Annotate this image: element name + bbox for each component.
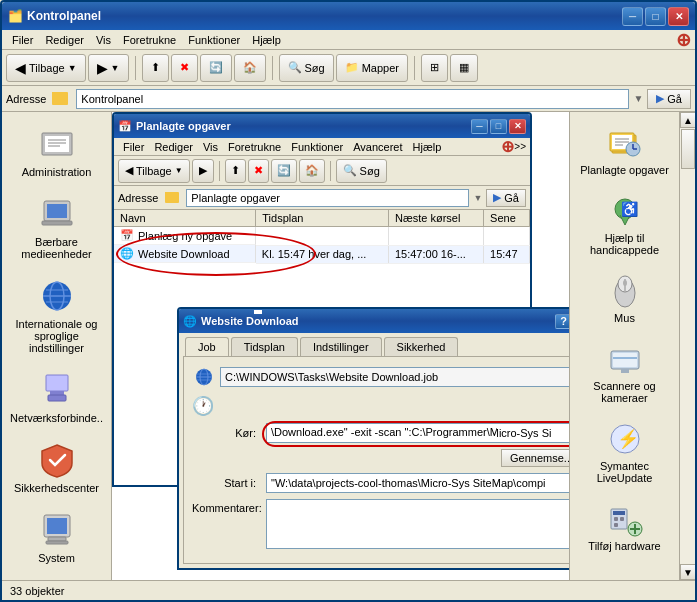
inner-menu-hjaelp[interactable]: Hjælp [408, 140, 447, 154]
starti-input[interactable] [266, 473, 569, 493]
tab-tidsplan[interactable]: Tidsplan [231, 337, 298, 356]
browse-row: Gennemse... [192, 449, 569, 467]
inner-menu-avanceret[interactable]: Avanceret [348, 140, 407, 154]
main-window: 🗂️ Kontrolpanel ─ □ ✕ Filer Rediger Vis … [0, 0, 697, 602]
right-item-hjaelp[interactable]: ♿ Hjælp til handicappede [574, 188, 675, 260]
refresh-icon: 🔄 [209, 61, 223, 74]
scannere-label: Scannere og kameraer [578, 380, 671, 404]
sidebar-item-administration[interactable]: Administration [6, 120, 107, 182]
folders-btn[interactable]: 📁 Mapper [336, 54, 408, 82]
right-item-mus[interactable]: Mus [574, 268, 675, 328]
inner-search-btn[interactable]: 🔍 Søg [336, 159, 387, 183]
menu-filer[interactable]: Filer [6, 32, 39, 48]
right-item-planlagte[interactable]: Planlagte opgaver [574, 120, 675, 180]
scroll-thumb[interactable] [681, 129, 695, 169]
table-row[interactable]: 📅 Planlæg ny opgave [114, 227, 530, 246]
inner-minimize-btn[interactable]: ─ [471, 119, 488, 134]
row2-name: 🌐 Website Download [114, 245, 256, 263]
col-naeste: Næste kørsel [388, 210, 483, 227]
inner-stop-btn[interactable]: ✖ [248, 159, 269, 183]
main-window-icon: 🗂️ [8, 9, 23, 23]
menu-foretrukne[interactable]: Foretrukne [117, 32, 182, 48]
inner-address-input[interactable]: Planlagte opgaver [186, 189, 469, 207]
kommentarer-textarea[interactable] [266, 499, 569, 549]
sidebar-item-baerbare[interactable]: Bærbare medieenheder [6, 190, 107, 264]
tasks-table: Navn Tidsplan Næste kørsel Sene 📅 Planlæ… [114, 210, 530, 264]
main-minimize-btn[interactable]: ─ [622, 7, 643, 26]
inner-menu-bar: Filer Rediger Vis Foretrukne Funktioner … [114, 138, 530, 156]
address-dropdown-icon[interactable]: ▼ [633, 93, 643, 104]
sidebar-item-sikkerhed[interactable]: Sikkerhedscenter [6, 436, 107, 498]
menu-vis[interactable]: Vis [90, 32, 117, 48]
home-btn[interactable]: 🏠 [234, 54, 266, 82]
address-folder-icon [52, 92, 68, 105]
stop-btn[interactable]: ✖ [171, 54, 198, 82]
sidebar-item-system[interactable]: System [6, 506, 107, 568]
xp-logo-icon: ⊕ [676, 29, 691, 51]
menu-hjaelp[interactable]: Hjælp [246, 32, 287, 48]
main-menu-bar: Filer Rediger Vis Foretrukne Funktioner … [2, 30, 695, 50]
svg-text:⚡: ⚡ [617, 428, 640, 450]
starti-row: Start i: [192, 473, 569, 493]
up-btn[interactable]: ⬆ [142, 54, 169, 82]
inner-addr-dd[interactable]: ▼ [473, 193, 482, 203]
back-btn[interactable]: ◀ Tilbage ▼ [6, 54, 86, 82]
filmstrip-btn[interactable]: ▦ [450, 54, 478, 82]
inner-back-icon: ◀ [125, 164, 133, 177]
refresh-btn[interactable]: 🔄 [200, 54, 232, 82]
svg-rect-50 [614, 523, 618, 527]
browse-btn[interactable]: Gennemse... [501, 449, 569, 467]
status-bar: 33 objekter [2, 580, 695, 600]
folders-label: Mapper [362, 62, 399, 74]
inner-back-btn[interactable]: ◀ Tilbage ▼ [118, 159, 190, 183]
dialog-title-left: 🌐 Website Download [183, 315, 299, 328]
main-window-title: Kontrolpanel [27, 9, 101, 23]
inner-menu-foretrukne[interactable]: Foretrukne [223, 140, 286, 154]
dialog-help-btn[interactable]: ? [555, 314, 569, 329]
right-item-scannere[interactable]: Scannere og kameraer [574, 336, 675, 408]
content-area: Administration Bærbare medieenheder [2, 112, 695, 580]
inner-up-btn[interactable]: ⬆ [225, 159, 246, 183]
forward-dropdown-icon[interactable]: ▼ [111, 63, 120, 73]
inner-maximize-btn[interactable]: □ [490, 119, 507, 134]
inner-go-btn[interactable]: ▶ Gå [486, 189, 526, 207]
scroll-down-btn[interactable]: ▼ [680, 564, 695, 580]
home-icon: 🏠 [243, 61, 257, 74]
svg-rect-7 [42, 221, 72, 225]
inner-back-label: Tilbage [136, 165, 172, 177]
hjaelp-icon: ♿ [606, 192, 644, 230]
sidebar-item-netvaerk[interactable]: Netværksforbinde.. [6, 366, 107, 428]
right-item-symantec[interactable]: ⚡ Symantec LiveUpdate [574, 416, 675, 488]
inner-menu-funktioner[interactable]: Funktioner [286, 140, 348, 154]
inner-back-dd[interactable]: ▼ [175, 166, 183, 175]
main-maximize-btn[interactable]: □ [645, 7, 666, 26]
inner-menu-filer[interactable]: Filer [118, 140, 149, 154]
tab-job[interactable]: Job [185, 337, 229, 356]
administration-label: Administration [22, 166, 92, 178]
inner-menu-rediger[interactable]: Rediger [149, 140, 198, 154]
inner-fwd-btn[interactable]: ▶ [192, 159, 214, 183]
main-close-btn[interactable]: ✕ [668, 7, 689, 26]
search-btn[interactable]: 🔍 Søg [279, 54, 334, 82]
right-item-tilfoj[interactable]: Tilføj hardware [574, 496, 675, 556]
table-row[interactable]: 🌐 Website Download Kl. 15:47 hver dag, .… [114, 245, 530, 263]
address-value[interactable]: Kontrolpanel [81, 93, 143, 105]
inner-menu-vis[interactable]: Vis [198, 140, 223, 154]
views-btn[interactable]: ⊞ [421, 54, 448, 82]
inner-refresh-btn[interactable]: 🔄 [271, 159, 297, 183]
menu-funktioner[interactable]: Funktioner [182, 32, 246, 48]
inner-close-btn[interactable]: ✕ [509, 119, 526, 134]
menu-rediger[interactable]: Rediger [39, 32, 90, 48]
inner-home-btn[interactable]: 🏠 [299, 159, 325, 183]
go-btn[interactable]: ▶ Gå [647, 89, 691, 109]
sikkerhed-label: Sikkerhedscenter [14, 482, 99, 494]
scroll-up-btn[interactable]: ▲ [680, 112, 695, 128]
svg-rect-18 [48, 537, 66, 541]
tab-indstillinger[interactable]: Indstillinger [300, 337, 382, 356]
forward-btn[interactable]: ▶ ▼ [88, 54, 129, 82]
inner-sep2 [330, 161, 331, 181]
tab-sikkerhed[interactable]: Sikkerhed [384, 337, 459, 356]
inner-toolbar-expand[interactable]: >> [514, 141, 526, 152]
back-dropdown-icon[interactable]: ▼ [68, 63, 77, 73]
sidebar-item-internationale[interactable]: Internationale og sproglige indstillinge… [6, 272, 107, 358]
